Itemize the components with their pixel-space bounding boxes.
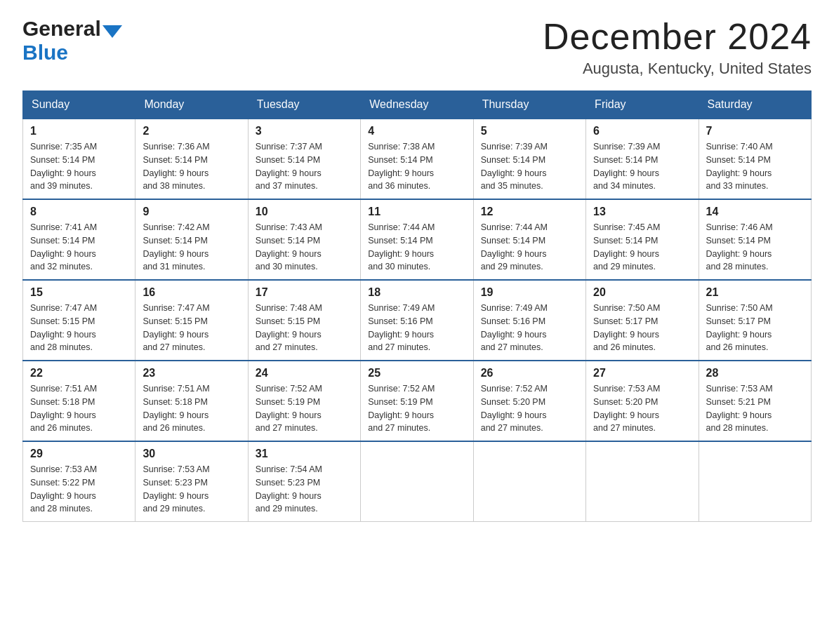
day-info: Sunrise: 7:40 AMSunset: 5:14 PMDaylight:… — [706, 140, 804, 193]
calendar-cell: 20Sunrise: 7:50 AMSunset: 5:17 PMDayligh… — [586, 280, 699, 361]
calendar-cell: 1Sunrise: 7:35 AMSunset: 5:14 PMDaylight… — [23, 119, 135, 199]
day-of-week-header-monday: Monday — [135, 91, 248, 119]
day-number: 1 — [30, 125, 128, 137]
day-info: Sunrise: 7:51 AMSunset: 5:18 PMDaylight:… — [143, 382, 240, 435]
day-info: Sunrise: 7:50 AMSunset: 5:17 PMDaylight:… — [593, 302, 691, 354]
day-of-week-header-saturday: Saturday — [699, 91, 811, 119]
calendar-cell: 19Sunrise: 7:49 AMSunset: 5:16 PMDayligh… — [473, 280, 585, 361]
day-of-week-header-friday: Friday — [586, 91, 699, 119]
calendar-header-row: SundayMondayTuesdayWednesdayThursdayFrid… — [23, 91, 812, 119]
day-of-week-header-thursday: Thursday — [473, 91, 585, 119]
month-title: December 2024 — [543, 17, 812, 57]
day-number: 12 — [481, 206, 578, 218]
calendar-cell: 10Sunrise: 7:43 AMSunset: 5:14 PMDayligh… — [248, 199, 360, 280]
day-number: 7 — [706, 125, 804, 137]
day-info: Sunrise: 7:53 AMSunset: 5:21 PMDaylight:… — [706, 382, 804, 435]
day-info: Sunrise: 7:35 AMSunset: 5:14 PMDaylight:… — [30, 140, 128, 193]
calendar-cell: 2Sunrise: 7:36 AMSunset: 5:14 PMDaylight… — [135, 119, 248, 199]
day-of-week-header-sunday: Sunday — [23, 91, 135, 119]
day-info: Sunrise: 7:49 AMSunset: 5:16 PMDaylight:… — [481, 302, 578, 354]
day-info: Sunrise: 7:49 AMSunset: 5:16 PMDaylight:… — [368, 302, 465, 354]
day-number: 14 — [706, 206, 804, 218]
calendar-cell: 28Sunrise: 7:53 AMSunset: 5:21 PMDayligh… — [699, 361, 811, 441]
header: General Blue December 2024 Augusta, Kent… — [22, 17, 812, 78]
calendar-week-row: 8Sunrise: 7:41 AMSunset: 5:14 PMDaylight… — [23, 199, 812, 280]
day-number: 11 — [368, 206, 465, 218]
calendar-cell: 29Sunrise: 7:53 AMSunset: 5:22 PMDayligh… — [23, 441, 135, 522]
day-number: 5 — [481, 125, 578, 137]
day-number: 31 — [256, 448, 353, 460]
calendar-cell: 23Sunrise: 7:51 AMSunset: 5:18 PMDayligh… — [135, 361, 248, 441]
day-number: 30 — [143, 448, 240, 460]
day-number: 9 — [143, 206, 240, 218]
day-info: Sunrise: 7:43 AMSunset: 5:14 PMDaylight:… — [256, 221, 353, 274]
logo-arrow-icon — [102, 25, 122, 38]
calendar-cell — [473, 441, 585, 522]
day-number: 29 — [30, 448, 128, 460]
day-number: 4 — [368, 125, 465, 137]
day-number: 3 — [256, 125, 353, 137]
calendar-cell: 7Sunrise: 7:40 AMSunset: 5:14 PMDaylight… — [699, 119, 811, 199]
day-number: 24 — [256, 367, 353, 380]
day-info: Sunrise: 7:44 AMSunset: 5:14 PMDaylight:… — [368, 221, 465, 274]
calendar-cell: 30Sunrise: 7:53 AMSunset: 5:23 PMDayligh… — [135, 441, 248, 522]
day-info: Sunrise: 7:41 AMSunset: 5:14 PMDaylight:… — [30, 221, 128, 274]
day-info: Sunrise: 7:50 AMSunset: 5:17 PMDaylight:… — [706, 302, 804, 354]
calendar-cell — [699, 441, 811, 522]
day-info: Sunrise: 7:42 AMSunset: 5:14 PMDaylight:… — [143, 221, 240, 274]
title-block: December 2024 Augusta, Kentucky, United … — [543, 17, 812, 78]
day-number: 10 — [256, 206, 353, 218]
day-info: Sunrise: 7:36 AMSunset: 5:14 PMDaylight:… — [143, 140, 240, 193]
calendar-cell: 11Sunrise: 7:44 AMSunset: 5:14 PMDayligh… — [361, 199, 473, 280]
day-info: Sunrise: 7:52 AMSunset: 5:19 PMDaylight:… — [368, 382, 465, 435]
day-info: Sunrise: 7:54 AMSunset: 5:23 PMDaylight:… — [256, 463, 353, 516]
calendar-cell: 16Sunrise: 7:47 AMSunset: 5:15 PMDayligh… — [135, 280, 248, 361]
logo-general-text: General — [22, 17, 101, 41]
day-info: Sunrise: 7:52 AMSunset: 5:20 PMDaylight:… — [481, 382, 578, 435]
day-number: 28 — [706, 367, 804, 380]
day-info: Sunrise: 7:48 AMSunset: 5:15 PMDaylight:… — [256, 302, 353, 354]
day-number: 22 — [30, 367, 128, 380]
calendar-cell: 18Sunrise: 7:49 AMSunset: 5:16 PMDayligh… — [361, 280, 473, 361]
logo: General Blue — [22, 17, 122, 65]
day-number: 16 — [143, 286, 240, 299]
calendar-week-row: 29Sunrise: 7:53 AMSunset: 5:22 PMDayligh… — [23, 441, 812, 522]
calendar-cell — [361, 441, 473, 522]
calendar-cell: 3Sunrise: 7:37 AMSunset: 5:14 PMDaylight… — [248, 119, 360, 199]
day-info: Sunrise: 7:52 AMSunset: 5:19 PMDaylight:… — [256, 382, 353, 435]
day-number: 6 — [593, 125, 691, 137]
day-number: 19 — [481, 286, 578, 299]
calendar-cell: 31Sunrise: 7:54 AMSunset: 5:23 PMDayligh… — [248, 441, 360, 522]
day-number: 13 — [593, 206, 691, 218]
calendar-cell: 14Sunrise: 7:46 AMSunset: 5:14 PMDayligh… — [699, 199, 811, 280]
day-of-week-header-tuesday: Tuesday — [248, 91, 360, 119]
calendar-cell: 21Sunrise: 7:50 AMSunset: 5:17 PMDayligh… — [699, 280, 811, 361]
day-number: 18 — [368, 286, 465, 299]
day-info: Sunrise: 7:46 AMSunset: 5:14 PMDaylight:… — [706, 221, 804, 274]
calendar-cell: 27Sunrise: 7:53 AMSunset: 5:20 PMDayligh… — [586, 361, 699, 441]
calendar-cell: 26Sunrise: 7:52 AMSunset: 5:20 PMDayligh… — [473, 361, 585, 441]
day-number: 21 — [706, 286, 804, 299]
calendar-week-row: 22Sunrise: 7:51 AMSunset: 5:18 PMDayligh… — [23, 361, 812, 441]
day-info: Sunrise: 7:51 AMSunset: 5:18 PMDaylight:… — [30, 382, 128, 435]
day-number: 2 — [143, 125, 240, 137]
day-info: Sunrise: 7:37 AMSunset: 5:14 PMDaylight:… — [256, 140, 353, 193]
calendar-cell: 24Sunrise: 7:52 AMSunset: 5:19 PMDayligh… — [248, 361, 360, 441]
day-info: Sunrise: 7:53 AMSunset: 5:22 PMDaylight:… — [30, 463, 128, 516]
calendar-cell: 8Sunrise: 7:41 AMSunset: 5:14 PMDaylight… — [23, 199, 135, 280]
day-info: Sunrise: 7:53 AMSunset: 5:20 PMDaylight:… — [593, 382, 691, 435]
location-title: Augusta, Kentucky, United States — [543, 60, 812, 78]
day-number: 20 — [593, 286, 691, 299]
calendar-cell: 13Sunrise: 7:45 AMSunset: 5:14 PMDayligh… — [586, 199, 699, 280]
day-info: Sunrise: 7:45 AMSunset: 5:14 PMDaylight:… — [593, 221, 691, 274]
calendar-cell: 15Sunrise: 7:47 AMSunset: 5:15 PMDayligh… — [23, 280, 135, 361]
calendar-cell: 9Sunrise: 7:42 AMSunset: 5:14 PMDaylight… — [135, 199, 248, 280]
day-info: Sunrise: 7:38 AMSunset: 5:14 PMDaylight:… — [368, 140, 465, 193]
calendar-week-row: 1Sunrise: 7:35 AMSunset: 5:14 PMDaylight… — [23, 119, 812, 199]
calendar-cell: 12Sunrise: 7:44 AMSunset: 5:14 PMDayligh… — [473, 199, 585, 280]
day-of-week-header-wednesday: Wednesday — [361, 91, 473, 119]
logo-blue-text: Blue — [22, 41, 68, 65]
calendar-table: SundayMondayTuesdayWednesdayThursdayFrid… — [22, 90, 812, 522]
calendar-cell: 5Sunrise: 7:39 AMSunset: 5:14 PMDaylight… — [473, 119, 585, 199]
day-info: Sunrise: 7:47 AMSunset: 5:15 PMDaylight:… — [143, 302, 240, 354]
